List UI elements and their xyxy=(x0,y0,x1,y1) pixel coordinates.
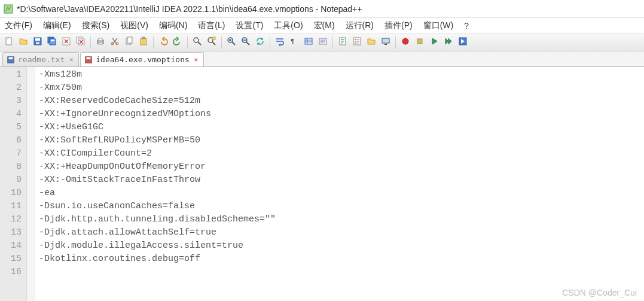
line-number: 9 xyxy=(11,174,22,187)
indent-guide-button[interactable] xyxy=(302,36,315,49)
print-button[interactable] xyxy=(94,36,107,49)
tab-label: idea64.exe.vmoptions xyxy=(96,55,190,64)
svg-rect-38 xyxy=(384,44,387,45)
replace-icon xyxy=(207,37,216,48)
tab-idea64-exe-vmoptions[interactable]: idea64.exe.vmoptions✕ xyxy=(80,52,204,66)
func-list-icon xyxy=(352,37,362,48)
svg-point-39 xyxy=(402,38,408,44)
fast-macro-button[interactable] xyxy=(442,36,455,49)
code-line[interactable]: -XX:+UseG1GC xyxy=(39,121,640,134)
record-macro-button[interactable] xyxy=(399,36,412,49)
cut-icon xyxy=(110,37,120,48)
save-macro-button[interactable] xyxy=(456,36,469,49)
svg-text:¶: ¶ xyxy=(291,38,295,45)
code-line[interactable]: -XX:SoftRefLRUPolicyMSPerMB=50 xyxy=(39,134,640,147)
code-line[interactable]: -XX:+HeapDumpOnOutOfMemoryError xyxy=(39,160,640,174)
save-icon xyxy=(7,56,15,64)
svg-rect-8 xyxy=(51,39,54,41)
code-line[interactable] xyxy=(39,266,640,279)
code-line[interactable]: -XX:-OmitStackTraceInFastThrow xyxy=(39,174,640,187)
zoom-in-button[interactable] xyxy=(225,36,238,49)
tab-readme-txt[interactable]: readme.txt✕ xyxy=(2,52,79,66)
svg-rect-23 xyxy=(212,37,215,39)
menu-item-1[interactable]: 编辑(E) xyxy=(43,20,71,31)
menu-item-4[interactable]: 编码(N) xyxy=(159,20,187,31)
folder-button[interactable] xyxy=(365,36,378,49)
svg-rect-37 xyxy=(382,38,389,43)
code-line[interactable]: -Dkotlinx.coroutines.debug=off xyxy=(39,253,640,266)
code-line[interactable]: -XX:CICompilerCount=2 xyxy=(39,147,640,160)
menu-item-9[interactable]: 运行(R) xyxy=(346,20,374,31)
replace-button[interactable] xyxy=(205,36,218,49)
menu-item-11[interactable]: 窗口(W) xyxy=(423,20,454,31)
zoom-out-button[interactable] xyxy=(239,36,252,49)
print-icon xyxy=(96,37,105,48)
svg-point-36 xyxy=(355,42,356,44)
svg-rect-40 xyxy=(417,39,422,44)
show-all-chars-button[interactable]: ¶ xyxy=(288,36,301,49)
play-macro-button[interactable] xyxy=(428,36,441,49)
menu-item-5[interactable]: 语言(L) xyxy=(198,20,225,31)
stop-macro-button[interactable] xyxy=(413,36,426,49)
show-all-chars-icon: ¶ xyxy=(289,37,299,48)
svg-rect-30 xyxy=(341,39,344,40)
menu-item-6[interactable]: 设置(T) xyxy=(236,20,263,31)
close-icon xyxy=(62,37,71,48)
menu-item-0[interactable]: 文件(F) xyxy=(5,20,32,31)
fast-macro-icon xyxy=(444,37,453,48)
code-line[interactable]: -Djdk.http.auth.tunneling.disabledScheme… xyxy=(39,213,640,226)
doc-map-button[interactable] xyxy=(336,36,349,49)
menu-item-2[interactable]: 搜索(S) xyxy=(82,20,110,31)
code-line[interactable]: -Xmx750m xyxy=(39,81,640,95)
save-all-button[interactable] xyxy=(45,36,59,49)
line-number: 3 xyxy=(11,95,22,108)
find-icon xyxy=(193,37,202,48)
save-icon xyxy=(33,37,42,48)
toolbar-separator xyxy=(90,37,91,48)
zoom-in-icon xyxy=(227,37,236,48)
undo-button[interactable] xyxy=(157,36,170,49)
new-file-button[interactable] xyxy=(2,36,16,49)
menu-item-8[interactable]: 宏(M) xyxy=(314,20,335,31)
find-button[interactable] xyxy=(191,36,204,49)
play-macro-icon xyxy=(429,37,439,48)
code-line[interactable]: -Dsun.io.useCanonCaches=false xyxy=(39,200,640,213)
line-number: 6 xyxy=(11,134,22,147)
code-line[interactable]: -XX:+IgnoreUnrecognizedVMOptions xyxy=(39,108,640,121)
close-all-button[interactable] xyxy=(74,36,87,49)
word-wrap-icon xyxy=(275,37,285,48)
open-file-button[interactable] xyxy=(17,36,30,49)
svg-rect-43 xyxy=(9,57,13,59)
line-number: 14 xyxy=(11,239,22,253)
paste-button[interactable] xyxy=(137,36,150,49)
svg-point-21 xyxy=(194,38,199,42)
word-wrap-button[interactable] xyxy=(273,36,286,49)
menu-item-12[interactable]: ? xyxy=(464,21,469,31)
sync-button[interactable] xyxy=(254,36,267,49)
code-line[interactable]: -XX:ReservedCodeCacheSize=512m xyxy=(39,95,640,108)
monitor-icon xyxy=(381,37,390,48)
cut-button[interactable] xyxy=(108,36,121,49)
svg-rect-14 xyxy=(99,42,102,44)
close-button[interactable] xyxy=(60,36,73,49)
menu-item-7[interactable]: 工具(O) xyxy=(274,20,303,31)
menu-item-3[interactable]: 视图(V) xyxy=(120,20,148,31)
svg-point-34 xyxy=(355,39,356,40)
svg-rect-19 xyxy=(141,38,146,45)
svg-rect-4 xyxy=(35,38,40,41)
close-tab-icon[interactable]: ✕ xyxy=(193,56,200,63)
code-line[interactable]: -ea xyxy=(39,187,640,200)
monitor-button[interactable] xyxy=(379,36,392,49)
copy-button[interactable] xyxy=(123,36,136,49)
menu-item-10[interactable]: 插件(P) xyxy=(384,20,413,31)
code-content[interactable]: -Xms128m-Xmx750m-XX:ReservedCodeCacheSiz… xyxy=(35,67,644,301)
lang-button[interactable] xyxy=(316,36,329,49)
save-button[interactable] xyxy=(31,36,44,49)
func-list-button[interactable] xyxy=(350,36,364,49)
code-line[interactable]: -Xms128m xyxy=(39,68,640,81)
code-line[interactable]: -Djdk.attach.allowAttachSelf=true xyxy=(39,226,640,239)
close-tab-icon[interactable]: ✕ xyxy=(68,56,75,63)
code-line[interactable]: -Djdk.module.illegalAccess.silent=true xyxy=(39,239,640,253)
redo-button[interactable] xyxy=(171,36,184,49)
line-number: 15 xyxy=(11,253,22,266)
